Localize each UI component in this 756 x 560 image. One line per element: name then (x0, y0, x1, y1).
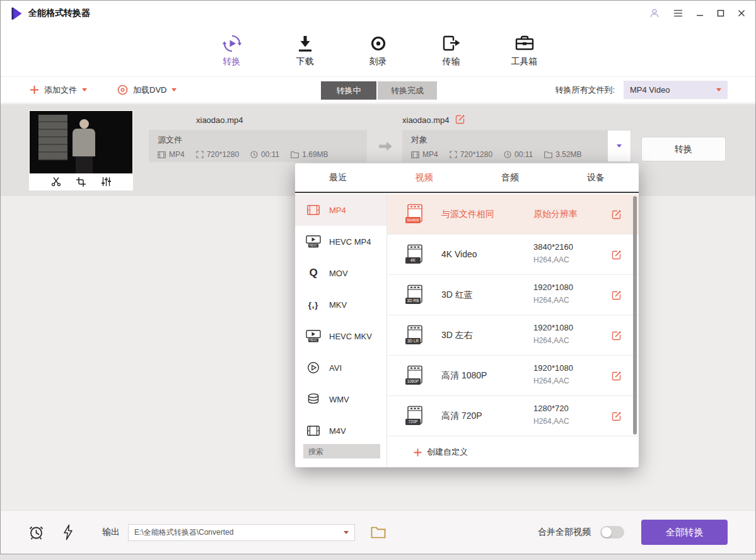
resolution-icon (196, 151, 204, 158)
nav-tab-download[interactable]: 下载 (284, 33, 326, 76)
target-format-dropdown[interactable] (607, 130, 631, 162)
bottom-bar: 输出 合并全部视频 全部转换 (1, 510, 755, 554)
user-icon[interactable] (649, 8, 660, 19)
nav-tab-transfer[interactable]: 传输 (431, 33, 472, 76)
format-column: MP4 HEVCHEVC MP4 QMOV {,}MKV HEVCHEVC MK… (295, 194, 387, 467)
film-icon (411, 151, 419, 158)
preset-row-720p[interactable]: 720P 高清 720P 1280*720 H264,AAC (387, 396, 639, 436)
popup-tab-device[interactable]: 设备 (553, 163, 639, 192)
target-file-name: xiaodao.mp4 (402, 115, 449, 125)
preset-name: 4K Video (441, 249, 477, 259)
preset-codec: H264,AAC (533, 336, 569, 345)
effects-icon[interactable] (101, 177, 112, 187)
burn-icon (358, 33, 399, 54)
svg-text:HEVC: HEVC (310, 244, 318, 247)
popup-tab-recent[interactable]: 最近 (295, 163, 381, 192)
preset-3d-rb-icon: 3D RB (405, 284, 425, 308)
tab-finished[interactable]: 转换完成 (378, 81, 437, 100)
source-duration: 00:11 (250, 150, 279, 159)
add-file-caret-icon (82, 88, 87, 91)
convert-button[interactable]: 转换 (641, 137, 726, 161)
nav-tab-toolbox[interactable]: 工具箱 (504, 33, 545, 76)
merge-toggle[interactable] (600, 526, 624, 539)
schedule-icon[interactable] (28, 524, 44, 540)
transfer-icon (431, 33, 472, 54)
resolution-icon (450, 151, 457, 158)
output-path-input[interactable] (134, 528, 344, 537)
edit-preset-icon[interactable] (612, 371, 622, 381)
preset-name: 3D 左右 (441, 330, 473, 341)
preset-list: source 与源文件相同 原始分辨率 4K 4K Video 3840*216… (387, 194, 639, 436)
preset-codec: H264,AAC (533, 255, 569, 264)
popup-tab-audio[interactable]: 音频 (467, 163, 553, 192)
add-file-label: 添加文件 (44, 85, 77, 96)
create-custom-button[interactable]: 创建自定义 (414, 446, 468, 458)
clock-icon (250, 151, 258, 158)
preset-name: 高清 720P (441, 411, 482, 422)
nav-label-convert: 转换 (211, 56, 253, 67)
folder-icon (544, 151, 552, 158)
output-path-caret-icon[interactable] (344, 531, 349, 534)
source-file-name: xiaodao.mp4 (196, 115, 243, 125)
rename-icon[interactable] (455, 114, 465, 126)
preset-row-3d-leftright[interactable]: 3D LR 3D 左右 1920*1080 H264,AAC (387, 315, 639, 356)
format-item-mp4[interactable]: MP4 (295, 194, 387, 226)
preset-row-same-as-source[interactable]: source 与源文件相同 原始分辨率 (387, 194, 639, 235)
format-item-hevc-mkv[interactable]: HEVCHEVC MKV (295, 320, 387, 352)
toolbox-icon (504, 33, 545, 54)
source-info-box: 源文件 MP4 720*1280 00:11 1.69MB (149, 130, 367, 162)
performance-icon[interactable] (63, 524, 73, 540)
titlebar: 全能格式转换器 (1, 1, 755, 26)
edit-preset-icon[interactable] (612, 330, 622, 341)
merge-videos-label: 合并全部视频 (538, 527, 591, 538)
convert-icon (211, 33, 253, 54)
hevc-mp4-icon: HEVC (306, 235, 321, 248)
popup-scrollbar[interactable] (633, 196, 637, 435)
output-format-caret-icon (716, 88, 721, 91)
format-item-m4v[interactable]: M4V (295, 415, 387, 437)
hevc-mkv-icon: HEVC (306, 330, 321, 342)
preset-row-3d-redblue[interactable]: 3D RB 3D 红蓝 1920*1080 H264,AAC (387, 275, 639, 315)
nav-tab-convert[interactable]: 转换 (211, 33, 253, 76)
edit-preset-icon[interactable] (612, 209, 622, 219)
edit-preset-icon[interactable] (612, 290, 622, 300)
tab-converting[interactable]: 转换中 (321, 81, 376, 100)
maximize-button[interactable] (717, 9, 724, 17)
preset-resolution: 1280*720 (533, 404, 569, 413)
svg-text:4K: 4K (410, 258, 416, 262)
format-item-mkv[interactable]: {,}MKV (295, 289, 387, 320)
m4v-icon (306, 426, 321, 436)
load-dvd-label: 加载DVD (133, 85, 166, 96)
preset-name: 与源文件相同 (441, 209, 494, 220)
close-button[interactable] (738, 9, 745, 17)
menu-icon[interactable] (673, 9, 683, 17)
preset-row-1080p[interactable]: 1080P 高清 1080P 1920*1080 H264,AAC (387, 356, 639, 396)
edit-preset-icon[interactable] (612, 411, 622, 421)
trim-icon[interactable] (51, 177, 61, 187)
nav-tab-burn[interactable]: 刻录 (358, 33, 399, 76)
open-folder-icon[interactable] (371, 527, 386, 539)
preset-4k-icon: 4K (405, 244, 425, 267)
load-dvd-button[interactable]: 加载DVD (117, 77, 177, 103)
preset-1080p-icon: 1080P (405, 365, 425, 388)
format-item-mov[interactable]: QMOV (295, 257, 387, 289)
crop-icon[interactable] (76, 177, 86, 187)
format-item-wmv[interactable]: WMV (295, 383, 387, 415)
minimize-button[interactable] (696, 9, 704, 17)
preset-row-4k[interactable]: 4K 4K Video 3840*2160 H264,AAC (387, 235, 639, 275)
svg-text:3D RB: 3D RB (407, 298, 419, 303)
format-item-avi[interactable]: AVI (295, 352, 387, 383)
edit-preset-icon[interactable] (612, 250, 622, 260)
nav-label-download: 下载 (284, 56, 326, 67)
add-file-button[interactable]: 添加文件 (30, 77, 87, 103)
format-popup-tabs: 最近 视频 音频 设备 (295, 163, 639, 193)
output-format-dropdown[interactable]: MP4 Video (624, 81, 728, 99)
target-format-caret-icon (617, 144, 622, 148)
preset-codec: H264,AAC (533, 417, 569, 426)
convert-all-button[interactable]: 全部转换 (641, 520, 728, 545)
search-input[interactable] (303, 444, 380, 458)
source-size: 1.69MB (291, 150, 328, 159)
format-item-hevc-mp4[interactable]: HEVCHEVC MP4 (295, 226, 387, 257)
convert-all-to-label: 转换所有文件到: (555, 85, 615, 96)
popup-tab-video[interactable]: 视频 (381, 163, 467, 192)
